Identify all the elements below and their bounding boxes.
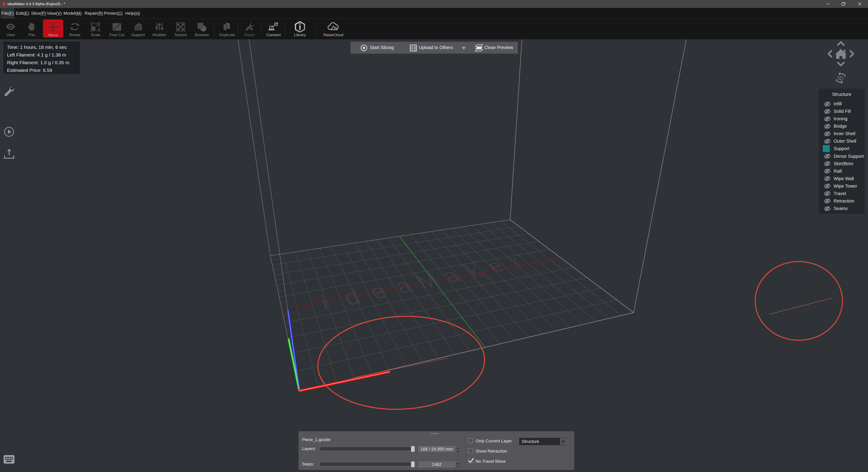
svg-text:k: k [459, 260, 488, 281]
svg-text:d: d [340, 285, 364, 310]
svg-text:3D: 3D [837, 75, 844, 82]
svg-text:i: i [318, 291, 332, 316]
svg-text:a: a [437, 265, 465, 286]
